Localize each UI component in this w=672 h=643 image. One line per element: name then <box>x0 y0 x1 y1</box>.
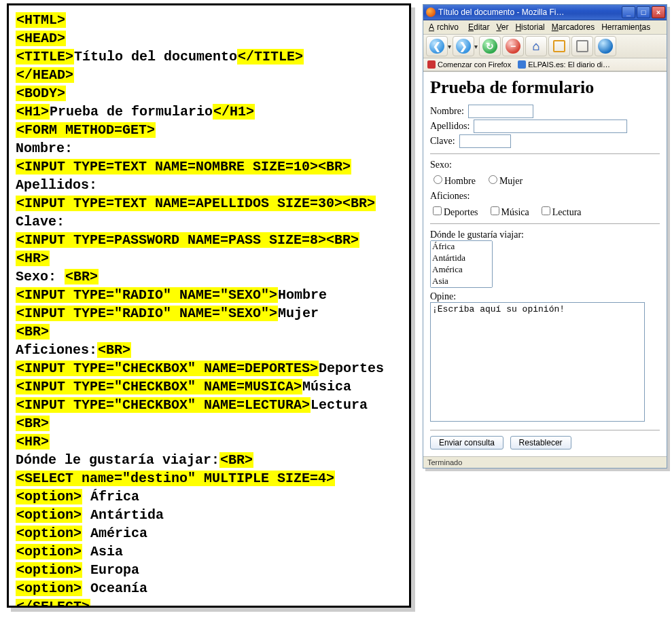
menu-marcadores[interactable]: Marcadores <box>549 22 597 33</box>
close-button[interactable]: × <box>652 6 665 18</box>
label-opine: Opine: <box>430 291 660 302</box>
source-code: <HTML> <HEAD> <TITLE>Título del document… <box>16 11 405 608</box>
label-clave: Clave: <box>430 136 455 147</box>
textarea-opina[interactable] <box>430 302 645 422</box>
chk-musica-label[interactable]: Música <box>488 204 529 218</box>
label-aficiones: Aficiones: <box>430 191 660 202</box>
radio-hombre[interactable] <box>434 175 442 184</box>
bookmark-elpais[interactable]: ELPAIS.es: El diario di… <box>518 60 610 69</box>
divider <box>430 153 660 154</box>
menu-archivo[interactable]: Archivo <box>426 22 464 33</box>
input-nombre[interactable] <box>468 105 533 118</box>
window-title: Título del documento - Mozilla Fi… <box>438 7 622 17</box>
bookmark-bar: Comenzar con Firefox ELPAIS.es: El diari… <box>423 58 667 71</box>
title-bar: Título del documento - Mozilla Fi… _ □ × <box>423 5 667 20</box>
menu-ver[interactable]: Ver <box>493 22 511 33</box>
page-heading: Prueba de formulario <box>430 77 660 98</box>
chk-deportes[interactable] <box>433 206 442 215</box>
reload-button[interactable]: ↻ <box>479 36 501 56</box>
stop-button[interactable]: − <box>502 36 524 56</box>
menu-bar: Archivo Editar Ver Historial Marcadores … <box>423 20 667 35</box>
firefox-icon <box>426 7 436 17</box>
option-europa[interactable]: Europa <box>431 287 492 288</box>
radio-hombre-label[interactable]: Hombre <box>430 173 476 187</box>
radio-mujer[interactable] <box>489 175 497 184</box>
label-apellidos: Apellidos: <box>430 121 470 132</box>
status-bar: Terminado <box>423 456 667 468</box>
home-button[interactable]: ⌂ <box>525 36 547 56</box>
page-content: Prueba de formulario Nombre: Apellidos: … <box>423 71 667 456</box>
menu-editar[interactable]: Editar <box>465 22 492 33</box>
toolbar-btn-c[interactable] <box>595 36 616 56</box>
submit-button[interactable]: Enviar consulta <box>430 436 503 449</box>
minimize-button[interactable]: _ <box>622 6 635 18</box>
toolbar-btn-a[interactable] <box>548 36 570 56</box>
input-apellidos[interactable] <box>474 120 627 133</box>
divider <box>430 430 660 430</box>
forward-button[interactable]: ❯ <box>453 36 474 56</box>
menu-historial[interactable]: Historial <box>512 22 547 33</box>
option-africa[interactable]: África <box>431 241 492 253</box>
label-nombre: Nombre: <box>430 106 464 117</box>
chk-musica[interactable] <box>491 206 499 215</box>
chk-lectura-label[interactable]: Lectura <box>539 204 582 218</box>
browser-window: Título del documento - Mozilla Fi… _ □ ×… <box>423 4 667 469</box>
source-code-panel: <HTML> <HEAD> <TITLE>Título del document… <box>7 3 411 608</box>
select-destino[interactable]: África Antártida América Asia Europa Oce… <box>430 240 493 288</box>
label-viajar: Dónde le gustaría viajar: <box>430 229 660 240</box>
input-clave[interactable] <box>459 134 511 148</box>
back-button[interactable]: ❮ <box>426 36 448 56</box>
maximize-button[interactable]: □ <box>637 6 650 18</box>
chk-lectura[interactable] <box>542 206 550 215</box>
radio-mujer-label[interactable]: Mujer <box>485 173 523 187</box>
option-antartida[interactable]: Antártida <box>431 253 492 264</box>
toolbar-btn-b[interactable] <box>571 36 593 56</box>
menu-herramientas[interactable]: Herramientas <box>599 22 653 33</box>
chk-deportes-label[interactable]: Deportes <box>430 204 478 218</box>
toolbar: ❮▾ ❯▾ ↻ − ⌂ <box>423 35 667 58</box>
reset-button[interactable]: Restablecer <box>510 436 571 449</box>
option-america[interactable]: América <box>431 264 492 276</box>
option-asia[interactable]: Asia <box>431 276 492 287</box>
label-sexo: Sexo: <box>430 160 660 170</box>
divider <box>430 223 660 224</box>
bookmark-firefox[interactable]: Comenzar con Firefox <box>427 60 511 69</box>
